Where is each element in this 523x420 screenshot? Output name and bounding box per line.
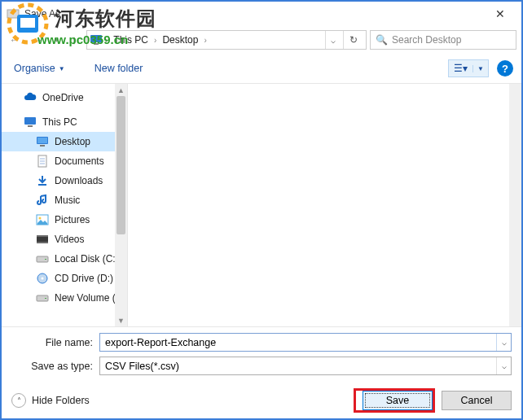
tree-item-documents[interactable]: Documents <box>2 151 127 171</box>
tree-item-downloads[interactable]: Downloads <box>2 171 127 190</box>
tree-item-onedrive[interactable]: OneDrive <box>2 88 127 107</box>
close-button[interactable]: ✕ <box>484 2 516 25</box>
chevron-down-icon: ⌵ <box>496 357 511 374</box>
svg-point-24 <box>42 278 44 280</box>
filename-dropdown-icon[interactable]: ⌵ <box>496 334 511 351</box>
folder-tree: OneDriveThis PCDesktopDocumentsDownloads… <box>2 84 128 326</box>
tree-item-desktop[interactable]: Desktop <box>2 132 127 151</box>
svg-rect-7 <box>28 125 33 127</box>
chevron-up-icon: ˄ <box>11 393 26 408</box>
svg-rect-10 <box>40 145 45 147</box>
crumb-desktop[interactable]: Desktop <box>159 34 201 46</box>
search-placeholder: Search Desktop <box>392 34 461 46</box>
organise-menu[interactable]: Organise ▼ <box>10 60 69 77</box>
filepane-scrollbar[interactable] <box>509 84 521 326</box>
save-form: File name: ⌵ Save as type: CSV Files(*.c… <box>2 326 521 375</box>
view-mode-button[interactable]: ☰▾ ▼ <box>448 59 489 77</box>
tree-item-this-pc[interactable]: This PC <box>2 112 127 132</box>
svg-rect-6 <box>24 117 36 125</box>
scroll-down-icon[interactable]: ▼ <box>115 314 127 326</box>
hide-folders-button[interactable]: ˄ Hide Folders <box>11 393 90 408</box>
svg-rect-2 <box>20 18 35 28</box>
tree-item-local-disk-c-[interactable]: Local Disk (C:) <box>2 249 127 269</box>
filename-label: File name: <box>11 337 99 348</box>
cancel-button[interactable]: Cancel <box>442 391 512 410</box>
button-row: ˄ Hide Folders Save Cancel <box>2 380 521 420</box>
tree-item-music[interactable]: Music <box>2 190 127 210</box>
svg-rect-26 <box>45 298 46 299</box>
svg-point-17 <box>39 217 42 220</box>
svg-rect-15 <box>38 184 46 186</box>
tree-item-new-volume-e-[interactable]: New Volume (E:) <box>2 288 127 308</box>
filename-input[interactable] <box>100 334 496 351</box>
filetype-label: Save as type: <box>11 361 99 372</box>
view-icon: ☰▾ <box>449 63 472 74</box>
help-button[interactable]: ? <box>497 60 513 77</box>
file-pane[interactable] <box>128 84 521 326</box>
path-breadcrumb[interactable]: › This PC › Desktop › ⌵ ↻ <box>86 30 367 50</box>
save-button[interactable]: Save <box>363 391 433 410</box>
svg-rect-22 <box>45 259 46 260</box>
filetype-select[interactable]: CSV Files(*.csv) ⌵ <box>99 357 512 375</box>
refresh-icon[interactable]: ↻ <box>343 31 363 49</box>
scroll-up-icon[interactable]: ▲ <box>115 84 127 96</box>
tree-item-videos[interactable]: Videos <box>2 230 127 249</box>
svg-rect-9 <box>37 138 47 143</box>
chevron-down-icon: ▼ <box>59 65 65 72</box>
chevron-right-icon: › <box>204 36 206 45</box>
new-folder-button[interactable]: New folder <box>90 60 147 77</box>
chevron-down-icon: ▼ <box>472 65 488 72</box>
filetype-value: CSV Files(*.csv) <box>100 357 496 374</box>
watermark-text: 河东软件园 <box>55 6 156 32</box>
watermark-url: www.pc0359.cn <box>37 33 128 46</box>
tree-item-pictures[interactable]: Pictures <box>2 210 127 230</box>
search-icon: 🔍 <box>376 34 388 46</box>
search-input[interactable]: 🔍 Search Desktop <box>370 30 516 50</box>
toolbar: Organise ▼ New folder ☰▾ ▼ ? <box>2 54 521 84</box>
svg-rect-19 <box>37 235 48 237</box>
scroll-thumb[interactable] <box>116 96 125 234</box>
sidebar-scrollbar[interactable]: ▲ ▼ <box>115 84 127 326</box>
svg-rect-20 <box>37 242 48 243</box>
chevron-right-icon: › <box>154 36 156 45</box>
path-dropdown-icon[interactable]: ⌵ <box>325 31 341 49</box>
tree-item-cd-drive-d-xer[interactable]: CD Drive (D:) Xer <box>2 269 127 288</box>
